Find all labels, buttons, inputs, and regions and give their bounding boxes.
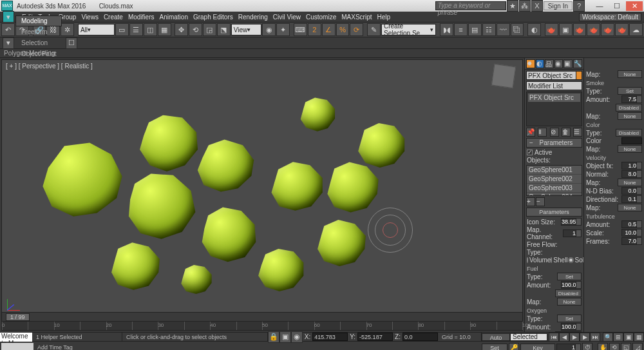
- color-swatch[interactable]: [621, 137, 642, 144]
- modifier-list-dropdown[interactable]: Modifier List: [526, 81, 582, 90]
- zoom-icon[interactable]: 🔍: [603, 333, 613, 342]
- y-coord-field[interactable]: -525.187: [357, 333, 393, 341]
- subscription-icon[interactable]: ⁂: [519, 0, 531, 12]
- color-type-button[interactable]: Disabled: [616, 129, 642, 137]
- schematic-icon[interactable]: ⿻: [511, 23, 524, 36]
- menu-graph-editors[interactable]: Graph Editors: [191, 13, 236, 21]
- lock-selection-icon[interactable]: 🔒: [268, 331, 279, 343]
- fuel-type-button[interactable]: Set: [557, 273, 582, 280]
- zoom-all-icon[interactable]: ⊞: [613, 333, 623, 342]
- time-config-icon[interactable]: ⏱: [582, 343, 592, 351]
- type-volume-radio[interactable]: [527, 257, 528, 263]
- list-item[interactable]: GeoSphere003: [527, 184, 582, 193]
- signin-button[interactable]: Sign In: [544, 1, 573, 10]
- utilities-tab-icon[interactable]: 🔧: [573, 59, 582, 68]
- current-frame-spinner[interactable]: 1: [556, 344, 581, 351]
- select-name-icon[interactable]: ☰: [129, 23, 143, 36]
- type-shell-radio[interactable]: [551, 257, 552, 263]
- selection-filter-dropdown[interactable]: All ▾: [78, 24, 115, 35]
- geosphere-object[interactable]: [124, 170, 198, 240]
- list-item[interactable]: GeoSphere004: [527, 193, 582, 196]
- smoke-type-button[interactable]: Set: [618, 87, 642, 95]
- exchange-icon[interactable]: X: [531, 0, 543, 12]
- geosphere-object[interactable]: [37, 136, 128, 220]
- modifier-stack[interactable]: PFX Object Src: [526, 92, 582, 126]
- render-preset-icon[interactable]: 🫖: [615, 23, 629, 36]
- time-tag[interactable]: Add Time Tag: [35, 342, 480, 350]
- render-cloud-icon[interactable]: ☁: [629, 23, 643, 36]
- remove-obj-icon[interactable]: −: [536, 197, 545, 206]
- list-item[interactable]: GeoSphere002: [527, 175, 582, 184]
- ribbon-tab-modeling[interactable]: Modeling: [15, 15, 62, 26]
- object-name-field[interactable]: PFX Object Src: [526, 71, 582, 80]
- app-menu-icon[interactable]: ▾: [3, 11, 14, 23]
- pivot-icon[interactable]: ◉: [262, 23, 276, 36]
- next-frame-icon[interactable]: ▶: [580, 333, 590, 342]
- list-item[interactable]: GeoSphere001: [527, 166, 582, 175]
- render-iterative-icon[interactable]: 🫖: [587, 23, 600, 36]
- ribbon-tab-selection[interactable]: Selection: [15, 37, 62, 48]
- menu-help[interactable]: Help: [374, 13, 393, 21]
- menu-animation[interactable]: Animation: [156, 13, 190, 21]
- scale-icon[interactable]: ◲: [203, 23, 216, 36]
- trackbar-toggle[interactable]: [1, 343, 33, 351]
- geosphere-object[interactable]: [198, 205, 260, 263]
- infocenter-icon[interactable]: ★: [507, 0, 518, 12]
- layer-icon[interactable]: ▤: [468, 23, 482, 36]
- geosphere-object[interactable]: [314, 218, 369, 268]
- menu-civil-view[interactable]: Civil View: [270, 13, 303, 21]
- directional-spinner[interactable]: 0.1: [621, 195, 642, 203]
- select-icon[interactable]: ▭: [115, 23, 129, 36]
- goto-end-icon[interactable]: ⏭: [590, 333, 600, 342]
- orbit-icon[interactable]: ⟲: [609, 343, 620, 351]
- render-production-icon[interactable]: 🫖: [573, 23, 587, 36]
- geosphere-object[interactable]: [324, 160, 382, 215]
- help-icon[interactable]: ?: [573, 0, 585, 12]
- snap-2d-icon[interactable]: 2: [308, 23, 321, 36]
- keymode-dropdown[interactable]: Selected: [510, 333, 547, 341]
- selection-lock-icon[interactable]: ◉: [291, 331, 303, 343]
- ndbias-spinner[interactable]: 0.0: [621, 187, 642, 195]
- z-coord-field[interactable]: 0.0: [402, 333, 438, 341]
- type-solid-radio[interactable]: [568, 257, 574, 263]
- maximize-button[interactable]: ☐: [609, 1, 625, 11]
- menu-maxscript[interactable]: MAXScript: [339, 13, 374, 21]
- manipulate-icon[interactable]: ✦: [276, 23, 290, 36]
- setkey-button[interactable]: Set Key: [482, 344, 507, 351]
- geosphere-object[interactable]: [195, 137, 256, 194]
- refcoord-dropdown[interactable]: View ▾: [231, 24, 262, 35]
- menu-modifiers[interactable]: Modifiers: [126, 13, 157, 21]
- render-setup-icon[interactable]: 🫖: [545, 23, 558, 36]
- create-tab-icon[interactable]: ✹: [526, 59, 535, 68]
- helper-gizmo[interactable]: [368, 208, 413, 253]
- turb-scale-spinner[interactable]: 10.0: [621, 229, 642, 237]
- viewport-perspective[interactable]: [ + ] [ Perspective ] [ Realistic ] 1 / …: [1, 59, 523, 331]
- geosphere-object[interactable]: [256, 247, 307, 293]
- material-editor-icon[interactable]: ◐: [527, 23, 541, 36]
- menu-views[interactable]: Views: [79, 13, 101, 21]
- snap-angle-icon[interactable]: ∠: [322, 23, 336, 36]
- color-map-button[interactable]: None: [618, 145, 642, 153]
- objfx-spinner[interactable]: 1.0: [621, 162, 642, 170]
- objects-listbox[interactable]: GeoSphere001GeoSphere002GeoSphere003GeoS…: [526, 165, 582, 196]
- bind-spacewarp-icon[interactable]: ✲: [61, 23, 74, 36]
- ribbon-tab-freeform[interactable]: Freeform: [15, 26, 62, 37]
- vel-map2-button[interactable]: None: [618, 204, 642, 211]
- fuel-disabled-button[interactable]: Disabled: [555, 289, 582, 297]
- menu-rendering[interactable]: Rendering: [236, 13, 270, 21]
- x-coord-field[interactable]: 415.783: [312, 333, 348, 341]
- move-icon[interactable]: ✥: [175, 23, 188, 36]
- display-tab-icon[interactable]: ▣: [564, 59, 573, 68]
- map-channel-spinner[interactable]: 1: [563, 229, 582, 237]
- object-color-swatch[interactable]: [576, 71, 582, 80]
- modify-tab-icon[interactable]: ◐: [536, 59, 545, 68]
- fov-icon[interactable]: ◿: [632, 343, 643, 351]
- hierarchy-tab-icon[interactable]: 品: [545, 59, 554, 68]
- autokey-button[interactable]: Auto Key: [482, 333, 510, 341]
- geosphere-object[interactable]: [108, 240, 163, 292]
- play-icon[interactable]: ▶: [569, 333, 580, 342]
- show-end-icon[interactable]: Ⅱ: [538, 128, 547, 137]
- isolate-icon[interactable]: ▣: [279, 331, 291, 343]
- edit-named-sel-icon[interactable]: ✎: [367, 23, 381, 36]
- maxscript-listener[interactable]: Welcome to M: [0, 333, 32, 342]
